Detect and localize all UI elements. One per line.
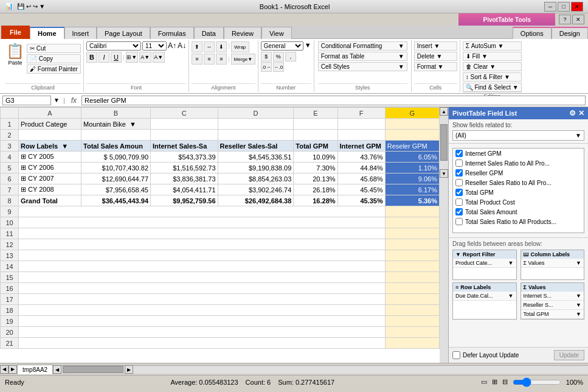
- defer-checkbox[interactable]: [452, 351, 460, 359]
- cell-g7[interactable]: 6.17%: [385, 184, 439, 195]
- scroll-right-btn[interactable]: ▶: [125, 365, 133, 374]
- font-size-select[interactable]: 11: [142, 41, 167, 51]
- cell-g2[interactable]: [385, 130, 439, 141]
- pivot-panel-icon-btn[interactable]: ⚙: [569, 109, 576, 117]
- h-scroll-thumb[interactable]: [63, 366, 123, 373]
- cell-d7[interactable]: $3,902,246.74: [218, 184, 294, 195]
- format-painter-btn[interactable]: 🖌 Format Painter: [27, 65, 81, 74]
- fill-btn[interactable]: ⬇ Fill ▼: [463, 52, 522, 61]
- cell-c5[interactable]: $1,516,592.73: [151, 163, 218, 173]
- list-item[interactable]: Total Sales Amount: [453, 207, 584, 217]
- insert-btn[interactable]: Insert ▼: [414, 41, 457, 51]
- cell-c4[interactable]: $543,373.39: [151, 152, 218, 163]
- cell-b8[interactable]: $36,445,443.94: [81, 195, 151, 206]
- cell-f4[interactable]: 43.76%: [337, 152, 385, 163]
- list-item[interactable]: Total GPM: [453, 187, 584, 197]
- cell-g5[interactable]: 1.10%: [385, 163, 439, 173]
- scroll-left-btn[interactable]: ◀: [53, 365, 61, 374]
- list-item[interactable]: Internet GPM: [453, 149, 584, 158]
- view-layout-btn[interactable]: ⊞: [492, 378, 497, 386]
- cell-g4[interactable]: 6.05%: [385, 152, 439, 163]
- row-header-1[interactable]: 1: [1, 119, 19, 130]
- scroll-up-btn[interactable]: ▲: [440, 107, 448, 116]
- cell-b7[interactable]: $7,956,658.45: [81, 184, 151, 195]
- formula-bar-expand-btn[interactable]: ▼: [54, 97, 60, 103]
- fields-related-dropdown[interactable]: (All) ▼: [452, 130, 584, 141]
- row-header-17[interactable]: 17: [1, 294, 19, 305]
- cell-b1[interactable]: Mountain Bike ▼: [81, 119, 151, 130]
- cell-d6[interactable]: $8,854,263.03: [218, 173, 294, 184]
- col-header-f[interactable]: F: [337, 108, 385, 119]
- vertical-scrollbar[interactable]: ▲ ▼: [440, 107, 448, 363]
- col-header-c[interactable]: C: [151, 108, 218, 119]
- cell-a1[interactable]: Product Catege: [19, 119, 81, 130]
- row-header-18[interactable]: 18: [1, 305, 19, 316]
- report-filter-caret[interactable]: ▼: [508, 260, 514, 266]
- col-header-b[interactable]: B: [81, 108, 151, 119]
- col-labels-caret[interactable]: ▼: [576, 260, 581, 266]
- cell-a7[interactable]: ⊞ CY 2008: [19, 184, 81, 195]
- grow-font-btn[interactable]: A↑: [168, 41, 176, 51]
- font-color-btn[interactable]: A▼: [153, 52, 165, 63]
- fill-color-btn[interactable]: A▼: [139, 52, 151, 63]
- tab-data[interactable]: Data: [194, 27, 224, 39]
- field-checkbox-reseller-gpm[interactable]: [455, 169, 463, 177]
- row-labels-caret[interactable]: ▼: [508, 293, 514, 299]
- col-header-g[interactable]: G: [385, 108, 439, 119]
- cell-e6[interactable]: 20.13%: [294, 173, 337, 184]
- bold-btn[interactable]: B: [86, 52, 97, 63]
- value3-caret[interactable]: ▼: [576, 311, 581, 317]
- list-item[interactable]: Total Product Cost: [453, 197, 584, 207]
- cell-d5[interactable]: $9,190,838.09: [218, 163, 294, 173]
- align-top-btn[interactable]: ⬆: [192, 41, 202, 52]
- list-item[interactable]: Reseller S... ▼: [521, 301, 584, 310]
- align-left-btn[interactable]: ≡: [192, 54, 202, 65]
- currency-btn[interactable]: $: [261, 52, 272, 61]
- minimize-btn[interactable]: ─: [544, 2, 556, 12]
- row-header-3[interactable]: 3: [1, 141, 19, 152]
- tab-design[interactable]: Design: [552, 27, 588, 39]
- row-header-21[interactable]: 21: [1, 338, 19, 349]
- row-header-9[interactable]: 9: [1, 206, 19, 217]
- tab-review[interactable]: Review: [224, 27, 261, 39]
- comma-btn[interactable]: ,: [285, 52, 296, 61]
- field-checkbox-total-sales[interactable]: [455, 208, 463, 215]
- cell-e8[interactable]: 16.28%: [294, 195, 337, 206]
- cell-b3[interactable]: Total Sales Amoun: [81, 141, 151, 152]
- row-header-12[interactable]: 12: [1, 239, 19, 250]
- pivot-panel-close-btn[interactable]: ✕: [578, 109, 584, 117]
- row-header-2[interactable]: 2: [1, 130, 19, 141]
- value1-caret[interactable]: ▼: [576, 293, 581, 299]
- decrease-decimal-btn[interactable]: ←.0: [273, 62, 284, 72]
- cell-e5[interactable]: 7.30%: [294, 163, 337, 173]
- percent-btn[interactable]: %: [273, 52, 284, 61]
- view-normal-btn[interactable]: ▭: [481, 378, 487, 386]
- field-checkbox-total-sales-ratio[interactable]: [455, 218, 463, 225]
- list-item[interactable]: Internet S... ▼: [521, 292, 584, 301]
- list-item[interactable]: Due Date.Cal... ▼: [453, 292, 516, 301]
- cell-a3[interactable]: Row Labels ▼: [19, 141, 81, 152]
- sheet-scroll-right-btn[interactable]: ▶: [9, 365, 17, 374]
- paste-btn[interactable]: 📋 Paste: [5, 41, 26, 67]
- cell-a6[interactable]: ⊞ CY 2007: [19, 173, 81, 184]
- row-header-11[interactable]: 11: [1, 228, 19, 239]
- autosum-btn[interactable]: Σ AutoSum ▼: [463, 41, 522, 51]
- cell-g6[interactable]: 9.06%: [385, 173, 439, 184]
- cell-b2[interactable]: [81, 130, 151, 141]
- col-header-d[interactable]: D: [218, 108, 294, 119]
- cell-f2[interactable]: [337, 130, 385, 141]
- tab-options[interactable]: Options: [513, 27, 552, 39]
- list-item[interactable]: Reseller GPM: [453, 168, 584, 178]
- row-header-14[interactable]: 14: [1, 261, 19, 272]
- cell-f8[interactable]: 45.35%: [337, 195, 385, 206]
- cell-e1[interactable]: [294, 119, 337, 130]
- clear-btn[interactable]: 🗑 Clear ▼: [463, 62, 522, 71]
- cell-e2[interactable]: [294, 130, 337, 141]
- row-header-5[interactable]: 5: [1, 163, 19, 173]
- sort-filter-btn[interactable]: ↕ Sort & Filter ▼: [463, 72, 522, 82]
- wrap-text-btn[interactable]: Wrap: [231, 41, 249, 52]
- cell-g1[interactable]: [385, 119, 439, 130]
- cell-c1[interactable]: [151, 119, 218, 130]
- align-right-btn[interactable]: ≡: [216, 54, 227, 65]
- cell-d2[interactable]: [218, 130, 294, 141]
